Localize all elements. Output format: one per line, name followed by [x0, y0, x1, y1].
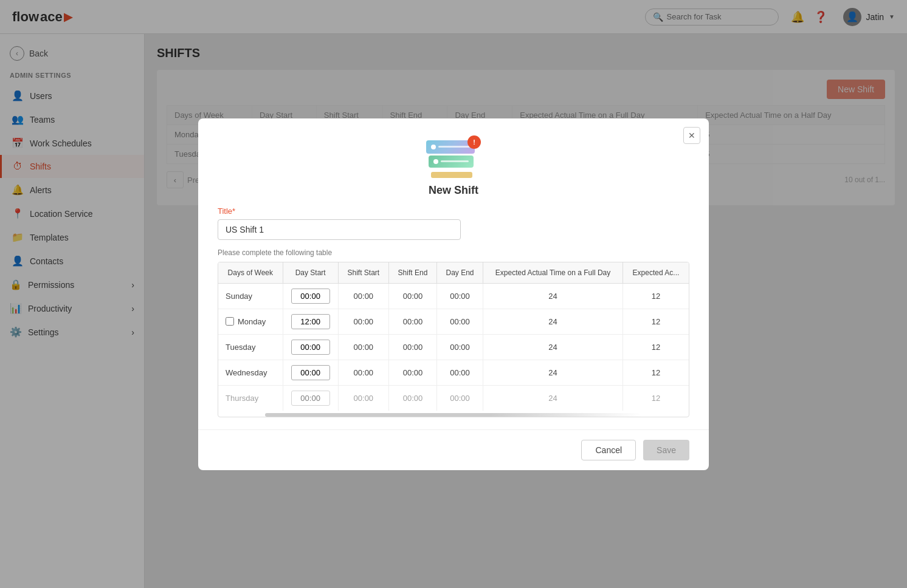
shift-end-tuesday: 00:00	[388, 334, 436, 360]
shift-start-monday: 00:00	[338, 309, 388, 334]
illustration-bar2	[429, 156, 474, 168]
monday-checkbox[interactable]	[226, 317, 234, 326]
day-start-monday[interactable]	[283, 309, 338, 334]
full-day-tuesday: 24	[483, 334, 623, 360]
modal-header: ! New Shift	[198, 118, 709, 207]
full-day-monday: 24	[483, 309, 623, 334]
day-start-input-wednesday[interactable]	[291, 365, 330, 380]
illustration-badge: !	[467, 135, 481, 149]
col-h-days: Days of Week	[218, 262, 283, 284]
modal-footer: Cancel Save	[198, 429, 709, 470]
modal-close-button[interactable]: ✕	[683, 127, 700, 144]
ill-dot2	[433, 159, 438, 164]
table-row: Thursday 00:00 00:00 00:00 24 12	[218, 385, 689, 411]
cancel-button[interactable]: Cancel	[581, 440, 636, 460]
shift-end-thursday: 00:00	[388, 385, 436, 411]
half-day-monday: 12	[622, 309, 689, 334]
half-day-tuesday: 12	[622, 334, 689, 360]
shift-start-sunday: 00:00	[338, 283, 388, 309]
title-input[interactable]	[218, 219, 461, 240]
monday-checkbox-cell: Monday	[226, 317, 277, 326]
day-start-tuesday[interactable]	[283, 334, 338, 360]
shift-illustration: !	[426, 135, 481, 178]
day-start-input-tuesday[interactable]	[291, 340, 330, 355]
day-start-input-sunday[interactable]	[291, 289, 330, 304]
day-end-tuesday: 00:00	[436, 334, 483, 360]
ill-line2	[441, 160, 469, 162]
shift-table: Days of Week Day Start Shift Start Shift…	[218, 262, 689, 411]
day-end-sunday: 00:00	[436, 283, 483, 309]
half-day-wednesday: 12	[622, 360, 689, 385]
day-start-input-thursday[interactable]	[291, 391, 330, 406]
half-day-thursday: 12	[622, 385, 689, 411]
day-monday-modal: Monday	[218, 309, 283, 334]
table-instruction: Please complete the following table	[218, 248, 689, 257]
table-row: Tuesday 00:00 00:00 00:00 24 12	[218, 334, 689, 360]
col-h-full-day: Expected Actual Time on a Full Day	[483, 262, 623, 284]
full-day-sunday: 24	[483, 283, 623, 309]
save-button[interactable]: Save	[643, 440, 689, 460]
col-h-shift-end: Shift End	[388, 262, 436, 284]
required-marker: *	[232, 207, 235, 216]
shift-start-wednesday: 00:00	[338, 360, 388, 385]
day-end-monday: 00:00	[436, 309, 483, 334]
day-start-thursday[interactable]	[283, 385, 338, 411]
day-start-wednesday[interactable]	[283, 360, 338, 385]
col-h-half-day: Expected Ac...	[622, 262, 689, 284]
shift-start-thursday: 00:00	[338, 385, 388, 411]
table-row: Sunday 00:00 00:00 00:00 24 12	[218, 283, 689, 309]
table-row: Monday 00:00 00:00 00:00 24 12	[218, 309, 689, 334]
day-end-thursday: 00:00	[436, 385, 483, 411]
day-start-sunday[interactable]	[283, 283, 338, 309]
horizontal-scroll-hint	[265, 413, 641, 417]
shift-end-monday: 00:00	[388, 309, 436, 334]
day-sunday: Sunday	[218, 283, 283, 309]
full-day-thursday: 24	[483, 385, 623, 411]
modal-overlay[interactable]: ✕ ! New Shift Title*	[0, 0, 907, 588]
shift-end-sunday: 00:00	[388, 283, 436, 309]
shift-end-wednesday: 00:00	[388, 360, 436, 385]
title-field-label: Title*	[218, 207, 689, 216]
modal-title: New Shift	[429, 184, 478, 197]
full-day-wednesday: 24	[483, 360, 623, 385]
day-tuesday-modal: Tuesday	[218, 334, 283, 360]
ill-dot	[431, 145, 436, 149]
table-row: Wednesday 00:00 00:00 00:00 24 12	[218, 360, 689, 385]
col-h-day-start: Day Start	[283, 262, 338, 284]
shift-start-tuesday: 00:00	[338, 334, 388, 360]
day-start-input-monday[interactable]	[291, 314, 330, 329]
col-h-shift-start: Shift Start	[338, 262, 388, 284]
col-h-day-end: Day End	[436, 262, 483, 284]
ill-line	[438, 146, 470, 148]
shift-table-wrapper: Days of Week Day Start Shift Start Shift…	[218, 262, 689, 417]
new-shift-modal: ✕ ! New Shift Title*	[198, 118, 709, 470]
half-day-sunday: 12	[622, 283, 689, 309]
day-end-wednesday: 00:00	[436, 360, 483, 385]
modal-body: Title* Please complete the following tab…	[198, 207, 709, 429]
illustration-bar3	[431, 172, 472, 178]
day-thursday-modal: Thursday	[218, 385, 283, 411]
day-wednesday-modal: Wednesday	[218, 360, 283, 385]
